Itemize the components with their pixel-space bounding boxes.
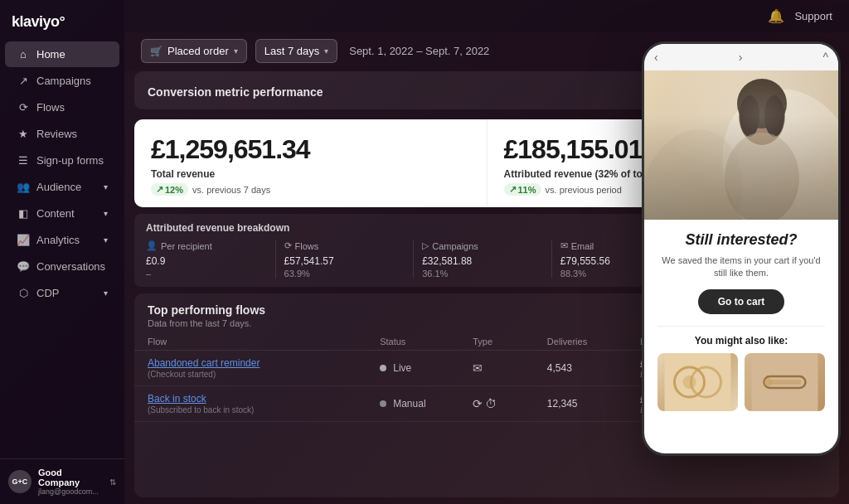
go-to-cart-button[interactable]: Go to cart bbox=[698, 289, 785, 314]
flow-name-link[interactable]: Back in stock bbox=[148, 393, 380, 405]
attr-value: £32,581.88 bbox=[422, 255, 543, 267]
sidebar-item-label: Sign-up forms bbox=[36, 154, 104, 167]
phone-hero-image bbox=[644, 70, 838, 220]
home-icon: ⌂ bbox=[17, 48, 30, 61]
chevron-down-icon: ▾ bbox=[104, 235, 108, 245]
trend-up-icon: ↗ bbox=[509, 184, 517, 195]
flow-deliveries-cell: 12,345 bbox=[547, 398, 640, 410]
reco-item[interactable] bbox=[745, 353, 825, 411]
signup-icon: ☰ bbox=[17, 154, 30, 167]
col-header-flow: Flow bbox=[148, 337, 380, 346]
sidebar-item-reviews[interactable]: ★ Reviews bbox=[5, 121, 119, 147]
chevron-down-icon: ▾ bbox=[324, 46, 328, 56]
chevron-down-icon: ▾ bbox=[104, 209, 108, 218]
status-text: Manual bbox=[393, 398, 425, 410]
user-email: jlang@goodcom... bbox=[38, 487, 103, 496]
metric-label: Placed order bbox=[167, 45, 229, 57]
sidebar-item-conversations[interactable]: 💬 Conversations bbox=[5, 254, 119, 279]
sidebar-item-label: Reviews bbox=[36, 128, 77, 140]
cdp-icon: ⬡ bbox=[17, 287, 30, 299]
period-label: Last 7 days bbox=[264, 45, 320, 57]
svg-point-11 bbox=[683, 376, 696, 389]
attr-value: £57,541.57 bbox=[284, 255, 405, 267]
sidebar-item-analytics[interactable]: 📈 Analytics ▾ bbox=[5, 227, 119, 253]
sync-icon: ⟳ bbox=[473, 397, 483, 410]
flow-name-cell: Back in stock (Subscribed to back in sto… bbox=[148, 393, 380, 414]
attr-header: 👤 Per recipient bbox=[146, 240, 267, 251]
total-revenue-change: ↗ 12% vs. previous 7 days bbox=[151, 183, 470, 196]
support-link[interactable]: Support bbox=[794, 10, 832, 22]
sidebar-item-label: Audience bbox=[36, 181, 81, 193]
sidebar-item-label: Campaigns bbox=[36, 75, 91, 87]
attr-header: ⟳ Flows bbox=[284, 240, 405, 251]
sidebar-item-audience[interactable]: 👥 Audience ▾ bbox=[5, 174, 119, 200]
analytics-icon: 📈 bbox=[17, 234, 30, 246]
attr-sub: 63.9% bbox=[284, 269, 405, 279]
flow-deliveries-cell: 4,543 bbox=[547, 362, 640, 374]
attr-value: £0.9 bbox=[146, 255, 267, 267]
campaigns-icon: ↗ bbox=[17, 75, 30, 87]
col-header-deliveries: Deliveries bbox=[547, 337, 640, 346]
sidebar-item-label: Analytics bbox=[36, 234, 80, 246]
expand-icon[interactable]: ⇅ bbox=[109, 477, 116, 487]
timer-icon: ⏱ bbox=[485, 397, 497, 410]
sidebar-item-cdp[interactable]: ⬡ CDP ▾ bbox=[5, 280, 119, 306]
hero-overlay bbox=[644, 70, 838, 220]
chevron-down-icon: ▾ bbox=[104, 182, 108, 191]
notification-bell-icon[interactable]: 🔔 bbox=[768, 8, 784, 24]
main-content: 🔔 Support 🛒 Placed order ▾ Last 7 days ▾… bbox=[124, 0, 849, 504]
sidebar-item-label: Content bbox=[36, 207, 75, 220]
svg-point-15 bbox=[764, 378, 773, 386]
campaigns-icon: ▷ bbox=[422, 240, 429, 251]
content-icon: ◧ bbox=[17, 207, 30, 220]
total-revenue-label: Total revenue bbox=[151, 168, 470, 180]
period-selector[interactable]: Last 7 days ▾ bbox=[255, 39, 338, 63]
flow-name-link[interactable]: Abandoned cart reminder bbox=[148, 357, 380, 369]
attr-campaigns: ▷ Campaigns £32,581.88 36.1% bbox=[414, 240, 552, 279]
metric-selector[interactable]: 🛒 Placed order ▾ bbox=[141, 39, 247, 63]
total-revenue-card: £1,259,651.34 Total revenue ↗ 12% vs. pr… bbox=[134, 119, 487, 207]
flows-icon: ⟳ bbox=[17, 101, 30, 114]
forward-arrow-icon[interactable]: › bbox=[739, 51, 743, 64]
sidebar-item-content[interactable]: ◧ Content ▾ bbox=[5, 201, 119, 226]
flows-icon: ⟳ bbox=[284, 240, 292, 251]
phone-content: ‹ › ^ bbox=[644, 44, 838, 453]
sidebar-nav: ⌂ Home ↗ Campaigns ⟳ Flows ★ Reviews ☰ S… bbox=[0, 41, 124, 458]
status-dot-icon bbox=[380, 365, 386, 371]
attr-per-recipient: 👤 Per recipient £0.9 – bbox=[146, 240, 276, 279]
deliveries-value: 4,543 bbox=[547, 362, 572, 374]
audience-icon: 👥 bbox=[17, 181, 30, 193]
chevron-down-icon: ▾ bbox=[234, 46, 238, 56]
deliveries-value: 12,345 bbox=[547, 398, 578, 410]
sidebar-item-label: Conversations bbox=[36, 260, 105, 273]
attr-sub: – bbox=[146, 269, 267, 279]
top-bar: 🔔 Support bbox=[124, 0, 849, 32]
person-icon: 👤 bbox=[146, 240, 158, 251]
phone-mockup: ‹ › ^ bbox=[642, 41, 841, 456]
back-arrow-icon[interactable]: ‹ bbox=[654, 51, 658, 64]
sidebar-item-flows[interactable]: ⟳ Flows bbox=[5, 94, 119, 120]
flows-subtitle: Data from the last 7 days. bbox=[148, 318, 265, 328]
reviews-icon: ★ bbox=[17, 128, 30, 140]
up-arrow-icon[interactable]: ^ bbox=[822, 51, 828, 64]
sidebar-item-home[interactable]: ⌂ Home bbox=[5, 41, 119, 67]
flow-type-cell: ⟳ ⏱ bbox=[473, 397, 547, 410]
footer-info: Good Company jlang@goodcom... bbox=[38, 468, 103, 496]
reco-items bbox=[657, 353, 825, 411]
sidebar-item-signup-forms[interactable]: ☰ Sign-up forms bbox=[5, 148, 119, 173]
flow-sub-text: (Checkout started) bbox=[148, 370, 380, 379]
email-type-icon: ✉ bbox=[473, 361, 483, 375]
attr-flows: ⟳ Flows £57,541.57 63.9% bbox=[276, 240, 415, 279]
change-vs-text: vs. previous period bbox=[546, 185, 622, 195]
col-header-status: Status bbox=[380, 337, 473, 346]
change-badge: ↗ 11% bbox=[504, 183, 541, 196]
svg-rect-14 bbox=[769, 380, 802, 385]
status-dot-icon bbox=[380, 400, 386, 407]
phone-card: Still interested? We saved the items in … bbox=[644, 220, 838, 326]
reco-item[interactable] bbox=[657, 353, 738, 411]
cart-icon: 🛒 bbox=[150, 46, 163, 57]
sidebar-item-campaigns[interactable]: ↗ Campaigns bbox=[5, 68, 119, 94]
sidebar: klaviyo° ⌂ Home ↗ Campaigns ⟳ Flows ★ Re… bbox=[0, 0, 124, 504]
phone-card-title: Still interested? bbox=[657, 231, 825, 250]
attr-header: ▷ Campaigns bbox=[422, 240, 543, 251]
